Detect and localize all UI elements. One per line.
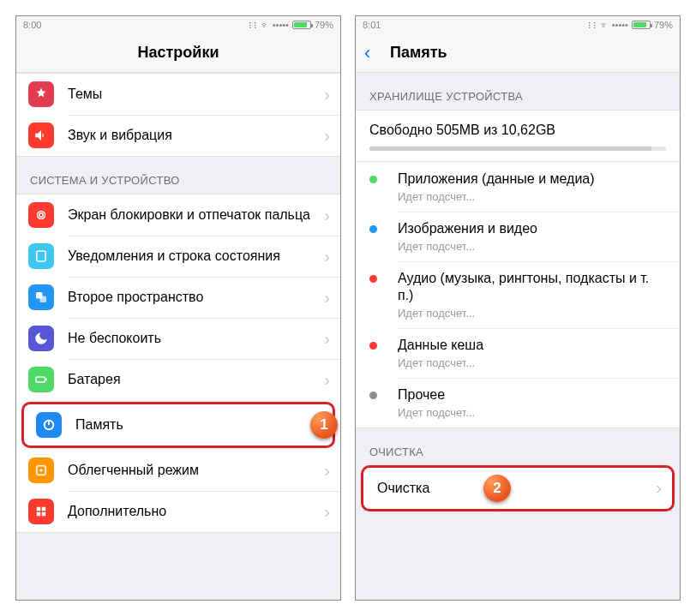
usage-row-cache[interactable]: Данные кеша Идет подсчет... bbox=[356, 328, 680, 378]
usage-row-images[interactable]: Изображения и видео Идет подсчет... bbox=[356, 212, 680, 261]
battery-icon bbox=[632, 21, 651, 29]
dot-icon bbox=[369, 342, 377, 350]
usage-label: Приложения (данные и медиа) bbox=[398, 170, 666, 188]
row-dnd[interactable]: Не беспокоить › bbox=[16, 318, 340, 359]
highlight-storage: Память › 1 bbox=[21, 402, 335, 448]
dot-icon bbox=[369, 225, 377, 233]
svg-point-9 bbox=[40, 469, 43, 472]
section-header-storage: ХРАНИЛИЩЕ УСТРОЙСТВА bbox=[356, 73, 680, 110]
themes-icon bbox=[28, 81, 54, 107]
page-title: Память bbox=[390, 44, 447, 62]
chevron-right-icon: › bbox=[324, 288, 330, 308]
chevron-right-icon: › bbox=[324, 502, 330, 522]
wifi-icon: ⋮⋮ ᯤ ••••• bbox=[248, 20, 289, 30]
notifications-icon bbox=[28, 243, 54, 269]
header: ‹ Память bbox=[356, 33, 680, 73]
row-label: Уведомления и строка состояния bbox=[68, 248, 324, 266]
row-sound[interactable]: Звук и вибрация › bbox=[16, 115, 340, 156]
row-lite-mode[interactable]: Облегченный режим › bbox=[16, 450, 340, 491]
chevron-right-icon: › bbox=[324, 85, 330, 105]
chevron-right-icon: › bbox=[656, 478, 662, 498]
usage-label: Прочее bbox=[398, 386, 666, 404]
svg-rect-2 bbox=[37, 251, 46, 261]
usage-label: Аудио (музыка, рингтоны, подкасты и т. п… bbox=[398, 270, 666, 306]
row-cleanup[interactable]: Очистка › bbox=[363, 468, 672, 509]
annotation-badge-2: 2 bbox=[483, 475, 511, 502]
settings-group-1: Темы › Звук и вибрация › bbox=[16, 73, 340, 157]
second-space-icon bbox=[28, 284, 54, 310]
svg-rect-10 bbox=[37, 507, 41, 511]
svg-rect-5 bbox=[36, 377, 45, 382]
page-title: Настройки bbox=[138, 44, 219, 62]
sound-icon bbox=[28, 123, 54, 148]
settings-content[interactable]: Темы › Звук и вибрация › СИСТЕМА И УСТРО… bbox=[16, 73, 340, 600]
row-label: Дополнительно bbox=[68, 503, 324, 521]
usage-sub: Идет подсчет... bbox=[398, 356, 666, 369]
row-second-space[interactable]: Второе пространство › bbox=[16, 277, 340, 318]
battery-icon bbox=[28, 367, 54, 392]
status-bar: 8:01 ⋮⋮ ᯤ ••••• 79% bbox=[356, 16, 680, 33]
usage-sub: Идет подсчет... bbox=[398, 406, 666, 419]
phone-right-storage: 8:01 ⋮⋮ ᯤ ••••• 79% ‹ Память ХРАНИЛИЩЕ У… bbox=[355, 15, 681, 601]
usage-label: Изображения и видео bbox=[398, 220, 666, 238]
row-label: Облегченный режим bbox=[68, 462, 324, 480]
chevron-left-icon: ‹ bbox=[364, 44, 370, 63]
cleanup-label: Очистка bbox=[377, 481, 656, 496]
row-label: Батарея bbox=[68, 371, 324, 389]
svg-point-0 bbox=[38, 212, 45, 219]
usage-row-other[interactable]: Прочее Идет подсчет... bbox=[356, 378, 680, 428]
svg-rect-11 bbox=[42, 507, 46, 511]
svg-point-1 bbox=[39, 213, 44, 218]
chevron-right-icon: › bbox=[324, 329, 330, 349]
status-bar: 8:00 ⋮⋮ ᯤ ••••• 79% bbox=[16, 16, 340, 33]
section-header-system: СИСТЕМА И УСТРОЙСТВО bbox=[16, 157, 340, 194]
chevron-right-icon: › bbox=[324, 461, 330, 481]
row-lockscreen[interactable]: Экран блокировки и отпечаток пальца › bbox=[16, 194, 340, 236]
phone-left-settings: 8:00 ⋮⋮ ᯤ ••••• 79% Настройки Темы › Зву… bbox=[15, 15, 341, 601]
chevron-right-icon: › bbox=[324, 370, 330, 390]
usage-list: Приложения (данные и медиа) Идет подсчет… bbox=[356, 162, 680, 428]
usage-row-apps[interactable]: Приложения (данные и медиа) Идет подсчет… bbox=[356, 162, 680, 212]
row-battery[interactable]: Батарея › bbox=[16, 359, 340, 400]
battery-pct: 79% bbox=[315, 20, 333, 30]
dot-icon bbox=[369, 275, 377, 283]
highlight-cleanup: Очистка › 2 bbox=[361, 465, 675, 511]
fingerprint-icon bbox=[28, 202, 54, 228]
chevron-right-icon: › bbox=[324, 126, 330, 146]
svg-rect-6 bbox=[45, 379, 47, 381]
dot-icon bbox=[369, 392, 377, 399]
wifi-icon: ⋮⋮ ᯤ ••••• bbox=[587, 20, 628, 30]
row-notifications[interactable]: Уведомления и строка состояния › bbox=[16, 236, 340, 277]
chevron-right-icon: › bbox=[324, 247, 330, 266]
header: Настройки bbox=[16, 33, 340, 73]
svg-rect-13 bbox=[42, 512, 46, 517]
usage-label: Данные кеша bbox=[398, 337, 666, 355]
usage-sub: Идет подсчет... bbox=[398, 240, 666, 253]
dot-icon bbox=[369, 176, 377, 183]
usage-sub: Идет подсчет... bbox=[398, 190, 666, 203]
storage-free-text: Свободно 505MB из 10,62GB bbox=[369, 123, 666, 138]
svg-rect-12 bbox=[37, 512, 41, 517]
row-additional[interactable]: Дополнительно › bbox=[16, 491, 340, 532]
battery-icon bbox=[292, 21, 311, 29]
usage-sub: Идет подсчет... bbox=[398, 307, 666, 320]
row-label: Экран блокировки и отпечаток пальца bbox=[68, 206, 324, 224]
row-label: Память bbox=[75, 416, 316, 434]
storage-bar bbox=[369, 147, 666, 151]
chevron-right-icon: › bbox=[324, 206, 330, 225]
lite-mode-icon bbox=[28, 458, 54, 483]
usage-row-audio[interactable]: Аудио (музыка, рингтоны, подкасты и т. п… bbox=[356, 261, 680, 329]
row-themes[interactable]: Темы › bbox=[16, 74, 340, 115]
storage-summary: Свободно 505MB из 10,62GB bbox=[356, 110, 680, 162]
row-label: Звук и вибрация bbox=[68, 127, 324, 145]
annotation-badge-1: 1 bbox=[310, 411, 338, 439]
storage-content[interactable]: ХРАНИЛИЩЕ УСТРОЙСТВА Свободно 505MB из 1… bbox=[356, 73, 680, 600]
status-time: 8:00 bbox=[23, 20, 41, 30]
row-label: Темы bbox=[68, 86, 324, 104]
back-button[interactable]: ‹ bbox=[364, 44, 370, 63]
row-storage[interactable]: Память › bbox=[24, 404, 333, 446]
battery-pct: 79% bbox=[654, 20, 673, 30]
row-label: Не беспокоить bbox=[68, 330, 324, 348]
settings-group-2: Экран блокировки и отпечаток пальца › Ув… bbox=[16, 194, 340, 533]
storage-icon bbox=[36, 412, 62, 438]
